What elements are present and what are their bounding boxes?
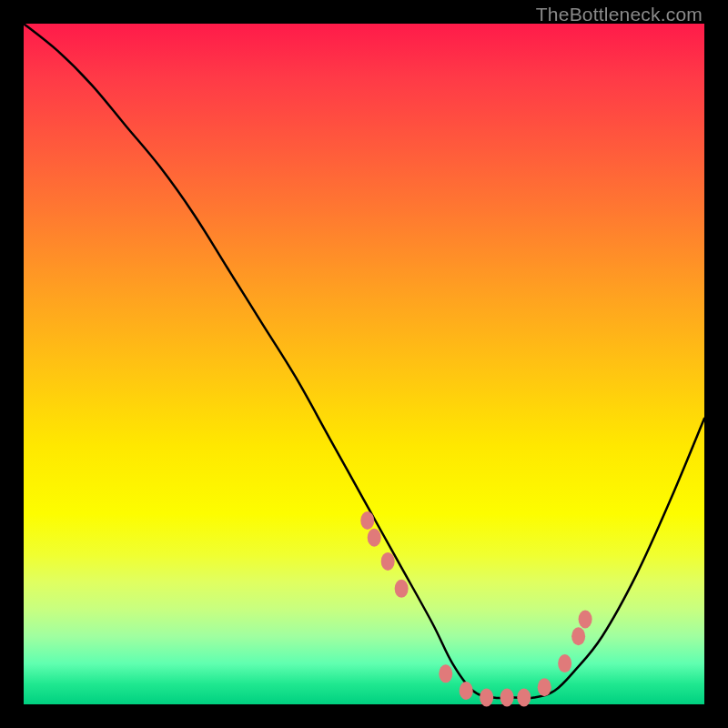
marker-dot [381, 552, 395, 571]
marker-dot [395, 580, 409, 598]
marker-dot [500, 689, 514, 707]
marker-dot [579, 611, 592, 629]
marker-dot [460, 682, 473, 700]
marker-dot [360, 511, 374, 530]
watermark-text: TheBottleneck.com [536, 4, 703, 25]
marker-dot [517, 689, 531, 707]
marker-dot [480, 689, 493, 707]
marker-dot [571, 627, 585, 645]
marker-dot [368, 529, 381, 547]
chart-svg [24, 24, 704, 704]
marker-dot [538, 678, 551, 696]
chart-container: TheBottleneck.com [0, 0, 728, 728]
marker-group [360, 511, 592, 706]
plot-area [24, 24, 704, 704]
main-curve [24, 24, 704, 698]
marker-dot [439, 664, 452, 682]
marker-dot [558, 654, 571, 672]
